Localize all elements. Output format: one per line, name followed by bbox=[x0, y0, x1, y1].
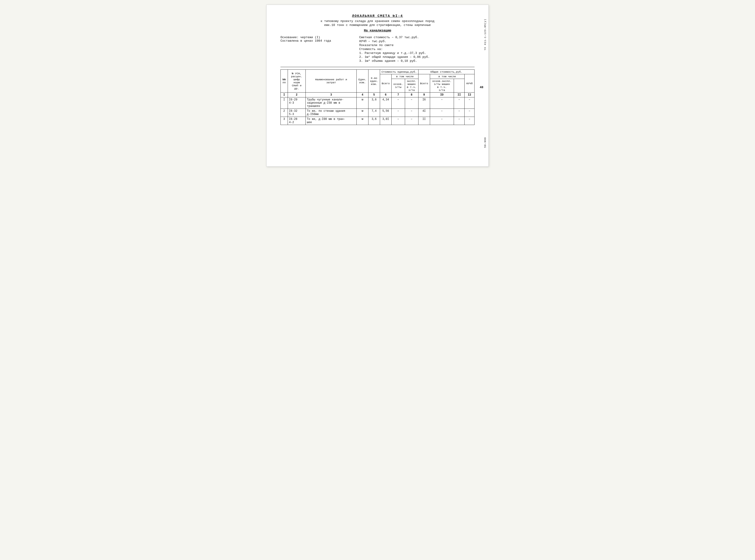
side-label-bottom: 59-999 bbox=[484, 137, 487, 148]
th-unit: Един.изм. bbox=[357, 69, 368, 93]
table-header-row1: №№пп № УСН,расцен.шифрнормСНиП идр. Наим… bbox=[281, 69, 475, 74]
row3-qty: 3,6 bbox=[368, 117, 380, 125]
num-col5: 5 bbox=[368, 93, 380, 97]
th-name: Наименование работ изатрат bbox=[306, 69, 357, 93]
row3-nuchp: – bbox=[465, 117, 475, 125]
meta-right: Сметная стоимость – 0,37 тыс.руб. НУЧП –… bbox=[350, 36, 475, 63]
num-col2: 2 bbox=[288, 93, 306, 97]
divider-top bbox=[280, 67, 475, 67]
row1-basic: – bbox=[391, 97, 405, 109]
table-row: 3 I6-284-2 То же, д-I00 мм в тран-шее м … bbox=[281, 117, 475, 125]
page-number: 48 bbox=[480, 86, 483, 89]
th-nuchp: НУЧП bbox=[465, 74, 475, 93]
row2-total-basic: – bbox=[430, 109, 454, 117]
subtitle-line1: к типовому проекту склада для хранения с… bbox=[280, 19, 475, 23]
num-col10: IO bbox=[430, 93, 454, 97]
row2-total: 4I bbox=[418, 109, 430, 117]
num-col7: 7 bbox=[391, 93, 405, 97]
row2-qty: 7,4 bbox=[368, 109, 380, 117]
num-col12: I2 bbox=[465, 93, 475, 97]
row1-total-mach: – bbox=[454, 97, 465, 109]
th-mach2 bbox=[454, 79, 465, 93]
row2-code: I6-325-3 bbox=[288, 109, 306, 117]
th-total-cost-header: Общая стоимость,руб. bbox=[418, 69, 475, 74]
document-purpose: На канализацию bbox=[280, 29, 475, 33]
row2-total-mach: – bbox=[454, 109, 465, 117]
side-label-top: тп 411-1-123.85(у) bbox=[484, 19, 487, 51]
row2-unit: м bbox=[357, 109, 368, 117]
num-col6: 6 bbox=[380, 93, 391, 97]
meta-cost-unit: 1. Расчетную единицу и т.д.–37,3 руб. bbox=[359, 52, 475, 55]
row1-name: Трубы чугунные канали-зационные д-I50 мм… bbox=[306, 97, 357, 109]
num-col4: 4 bbox=[357, 93, 368, 97]
row3-unit: м bbox=[357, 117, 368, 125]
row2-num: 2 bbox=[281, 109, 288, 117]
meta-year: Составлена в ценах 1984 года bbox=[280, 39, 350, 43]
meta-nuchp: НУЧП – тыс.руб. bbox=[359, 40, 475, 43]
row1-nuchp: – bbox=[465, 97, 475, 109]
row2-mach: – bbox=[405, 109, 418, 117]
row3-num: 3 bbox=[281, 117, 288, 125]
row2-basic: – bbox=[391, 109, 405, 117]
row3-mach: – bbox=[405, 117, 418, 125]
th-basic: основ.з/ты bbox=[391, 79, 405, 93]
row1-num: I bbox=[281, 97, 288, 109]
document-page: тп 411-1-123.85(у) 59-999 48 ЛОКАЛЬНАЯ С… bbox=[266, 5, 489, 167]
num-col8: 8 bbox=[405, 93, 418, 97]
table-row: I I6-294-3 Трубы чугунные канали-зационн… bbox=[281, 97, 475, 109]
row1-price: 4,34 bbox=[380, 97, 391, 109]
subtitle-line2: емк.10 тонн с помещением для стратификац… bbox=[280, 23, 475, 27]
num-col9: 9 bbox=[418, 93, 430, 97]
row3-name: То же, д-I00 мм в тран-шее bbox=[306, 117, 357, 125]
table-row: 2 I6-325-3 То же, по стенам зданияд-I50м… bbox=[281, 109, 475, 117]
row1-qty: 3,6 bbox=[368, 97, 380, 109]
row2-name: То же, по стенам зданияд-I50мм bbox=[306, 109, 357, 117]
row1-total: I6 bbox=[418, 97, 430, 109]
row1-mach: – bbox=[405, 97, 418, 109]
th-num: №№пп bbox=[281, 69, 288, 93]
meta-section: Основание: чертежи (I) Составлена в цена… bbox=[280, 36, 475, 63]
num-col11: II bbox=[454, 93, 465, 97]
row1-code: I6-294-3 bbox=[288, 97, 306, 109]
main-table: №№пп № УСН,расцен.шифрнормСНиП идр. Наим… bbox=[280, 69, 475, 125]
meta-basis: Основание: чертежи (I) bbox=[280, 36, 350, 39]
meta-cost: Сметная стоимость – 0,37 тыс.руб. bbox=[359, 36, 475, 39]
num-col1: I bbox=[281, 93, 288, 97]
row3-price: 3,0I bbox=[380, 117, 391, 125]
row3-total: II bbox=[418, 117, 430, 125]
th-qty: К-воедин.изм. bbox=[368, 69, 380, 93]
th-basic2: основ.экспл.з/ты машинв т.ч.з/та bbox=[430, 79, 454, 93]
row3-code: I6-284-2 bbox=[288, 117, 306, 125]
meta-cost-label: Стоимость на: bbox=[359, 47, 475, 51]
th-in-that2: в том числе bbox=[430, 74, 465, 79]
th-price-all: Всего bbox=[380, 74, 391, 93]
num-col3: 3 bbox=[306, 93, 357, 97]
row3-total-mach: – bbox=[454, 117, 465, 125]
row2-nuchp: – bbox=[465, 109, 475, 117]
table-num-row: I 2 3 4 5 6 7 8 9 IO II I2 bbox=[281, 93, 475, 97]
meta-cost-area: 2. 1м² общей площади здания – 0,86 руб. bbox=[359, 55, 475, 59]
th-code: № УСН,расцен.шифрнормСНиП идр. bbox=[288, 69, 306, 93]
meta-cost-volume: 3. 1м³ объема здания – 0,18 руб. bbox=[359, 59, 475, 63]
row3-total-basic: – bbox=[430, 117, 454, 125]
document-title: ЛОКАЛЬНАЯ СМЕТА №I-4 bbox=[280, 14, 475, 18]
row2-price: 5,56 bbox=[380, 109, 391, 117]
row1-unit: м bbox=[357, 97, 368, 109]
meta-left: Основание: чертежи (I) Составлена в цена… bbox=[280, 36, 350, 63]
row1-total-basic: – bbox=[430, 97, 454, 109]
th-unit-cost-header: Стоимость единицы,руб. bbox=[380, 69, 418, 74]
th-total-all: Всего bbox=[418, 74, 430, 93]
row3-basic: – bbox=[391, 117, 405, 125]
meta-indicators: Показатели по смете bbox=[359, 43, 475, 47]
th-mach: экспл.машинв т.ч.з/та bbox=[405, 79, 418, 93]
th-in-that: в том числе bbox=[391, 74, 418, 79]
